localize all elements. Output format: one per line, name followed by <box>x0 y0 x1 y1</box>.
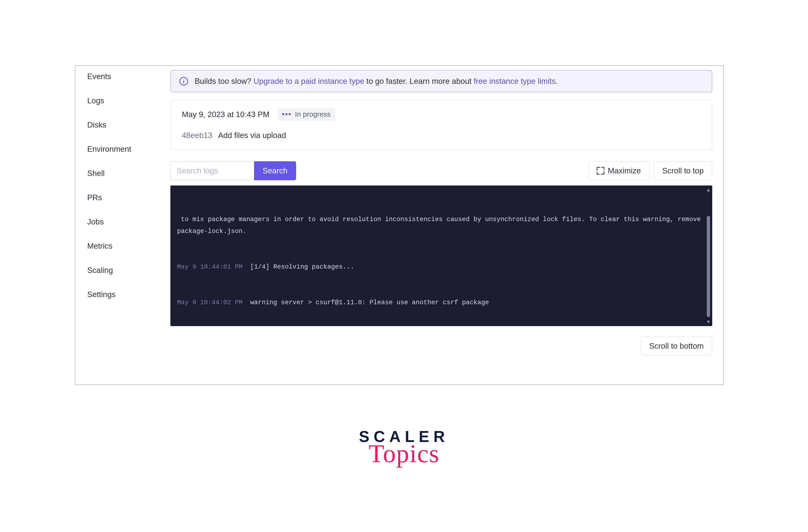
scroll-to-bottom-button[interactable]: Scroll to bottom <box>641 337 712 356</box>
deploy-header-row: May 9, 2023 at 10:43 PM ••• In progress <box>182 109 701 120</box>
sidebar-item-prs[interactable]: PRs <box>87 193 170 202</box>
sidebar-item-disks[interactable]: Disks <box>87 120 170 130</box>
sidebar: Events Logs Disks Environment Shell PRs … <box>75 66 170 384</box>
search-wrap: Search <box>170 161 296 180</box>
deploy-card: May 9, 2023 at 10:43 PM ••• In progress … <box>170 100 712 150</box>
scroll-track[interactable] <box>705 192 711 319</box>
log-text: [1/4] Resolving packages... <box>250 263 354 270</box>
log-text: warning server > csurf@1.11.0: Please us… <box>250 299 489 306</box>
banner-text: Builds too slow? Upgrade to a paid insta… <box>195 77 558 86</box>
search-button[interactable]: Search <box>254 161 296 180</box>
log-timestamp: May 9 10:44:02 PM <box>177 299 242 306</box>
loading-dots-icon: ••• <box>282 110 292 118</box>
sidebar-item-scaling[interactable]: Scaling <box>87 266 170 275</box>
banner-suffix: . <box>556 77 558 86</box>
console-scrollbar[interactable]: ▲ ▼ <box>705 187 711 324</box>
search-input[interactable] <box>170 161 254 180</box>
scroll-up-arrow-icon[interactable]: ▲ <box>706 187 711 192</box>
sidebar-item-metrics[interactable]: Metrics <box>87 242 170 250</box>
status-badge: ••• In progress <box>278 109 335 120</box>
sidebar-item-events[interactable]: Events <box>87 72 170 81</box>
deploy-commit-row: 48eeb13 Add files via upload <box>182 131 701 140</box>
log-output[interactable]: to mix package managers in order to avoi… <box>170 186 712 326</box>
log-toolbar: Search Maximize Scroll to top <box>170 161 712 180</box>
log-line: May 9 10:44:01 PM [1/4] Resolving packag… <box>177 261 705 273</box>
sidebar-item-logs[interactable]: Logs <box>87 96 170 105</box>
app-frame: Events Logs Disks Environment Shell PRs … <box>75 65 724 385</box>
commit-hash[interactable]: 48eeb13 <box>182 131 212 140</box>
sidebar-item-jobs[interactable]: Jobs <box>87 217 170 226</box>
log-line: May 9 10:44:02 PM warning server > csurf… <box>177 297 705 308</box>
deploy-timestamp: May 9, 2023 at 10:43 PM <box>182 110 270 119</box>
commit-message: Add files via upload <box>218 131 286 140</box>
maximize-label: Maximize <box>608 166 641 175</box>
log-text: to mix package managers in order to avoi… <box>177 216 705 235</box>
free-limits-link[interactable]: free instance type limits <box>474 77 556 86</box>
sidebar-item-shell[interactable]: Shell <box>87 169 170 178</box>
info-icon: i <box>179 77 188 86</box>
banner-prefix: Builds too slow? <box>195 77 254 86</box>
log-console: to mix package managers in order to avoi… <box>170 186 712 326</box>
scroll-to-top-button[interactable]: Scroll to top <box>654 161 712 180</box>
scroll-thumb[interactable] <box>707 216 710 317</box>
sidebar-item-settings[interactable]: Settings <box>87 290 170 299</box>
upgrade-link[interactable]: Upgrade to a paid instance type <box>254 77 364 86</box>
log-line: to mix package managers in order to avoi… <box>177 213 705 237</box>
maximize-icon <box>597 167 604 174</box>
scroll-down-arrow-icon[interactable]: ▼ <box>706 319 711 324</box>
bottom-toolbar: Scroll to bottom <box>170 337 712 356</box>
main-panel: i Builds too slow? Upgrade to a paid ins… <box>170 66 723 384</box>
banner-middle: to go faster. Learn more about <box>364 77 474 86</box>
maximize-button[interactable]: Maximize <box>589 161 649 180</box>
upgrade-banner: i Builds too slow? Upgrade to a paid ins… <box>170 70 712 92</box>
log-timestamp: May 9 10:44:01 PM <box>177 263 242 270</box>
sidebar-item-environment[interactable]: Environment <box>87 145 170 154</box>
status-text: In progress <box>295 110 331 118</box>
brand-logo: SCALER Topics <box>359 428 449 468</box>
brand-text-bottom: Topics <box>359 439 449 468</box>
